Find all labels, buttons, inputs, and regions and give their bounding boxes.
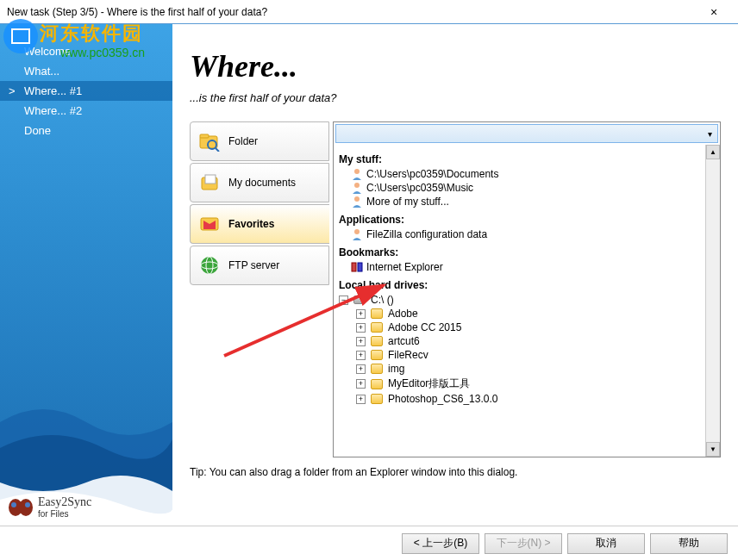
list-item[interactable]: C:\Users\pc0359\Music	[339, 181, 715, 195]
logo-subtext: for Files	[38, 509, 91, 519]
tab-label: Folder	[228, 135, 258, 147]
expand-icon[interactable]: +	[356, 395, 366, 404]
page-heading: Where...	[190, 48, 721, 84]
folder-icon	[371, 308, 383, 319]
folder-icon	[371, 336, 383, 346]
globe-icon	[197, 253, 222, 277]
folder-icon	[371, 322, 383, 333]
section-mystuff: My stuff:	[339, 153, 715, 165]
svg-point-2	[11, 502, 16, 507]
section-applications: Applications:	[339, 214, 715, 226]
svg-rect-9	[205, 175, 216, 184]
sidebar-item-where1[interactable]: Where... #1	[0, 81, 172, 101]
svg-point-14	[354, 169, 360, 174]
svg-point-1	[19, 499, 33, 516]
person-icon	[351, 182, 363, 194]
folder-icon	[371, 364, 383, 374]
tree-folder[interactable]: +Adobe	[356, 307, 715, 320]
close-button[interactable]: ×	[697, 0, 731, 24]
tab-favorites[interactable]: Favorites	[190, 204, 329, 244]
svg-rect-5	[200, 134, 209, 138]
next-button: 下一步(N) >	[485, 533, 562, 554]
content-panel: Where... ...is the first half of your da…	[172, 24, 738, 526]
expand-icon[interactable]: +	[356, 337, 366, 346]
logo: Easy2Sync for Files	[7, 495, 91, 519]
tabs-column: Folder My documents Favorites	[190, 121, 329, 457]
favorites-list[interactable]: My stuff: C:\Users\pc0359\Documents C:\U…	[334, 145, 720, 457]
svg-rect-19	[358, 263, 362, 271]
expand-icon[interactable]: +	[356, 323, 366, 333]
main-area: Welcome What... Where... #1 Where... #2 …	[0, 24, 738, 526]
tree-folder[interactable]: +artcut6	[356, 334, 715, 348]
tab-mydocuments[interactable]: My documents	[190, 163, 329, 202]
favorites-icon	[197, 212, 222, 236]
person-icon	[351, 196, 363, 208]
chevron-down-icon[interactable]: ▾	[702, 129, 717, 139]
tree-folder[interactable]: +Adobe CC 2015	[356, 320, 715, 334]
svg-point-11	[201, 257, 218, 274]
svg-rect-18	[352, 263, 356, 271]
expand-icon[interactable]: +	[356, 379, 366, 389]
window-title: New task (Step 3/5) - Where is the first…	[7, 6, 697, 18]
logo-text: Easy2Sync	[38, 495, 91, 509]
tree-folder[interactable]: +MyEditor排版工具	[356, 376, 715, 392]
svg-point-15	[354, 183, 360, 188]
favorites-panel: ▾ My stuff: C:\Users\pc0359\Documents C:…	[333, 121, 721, 457]
sidebar-item-what[interactable]: What...	[0, 61, 172, 81]
tree-drive[interactable]: −C:\ ()	[339, 293, 715, 307]
folder-icon	[371, 394, 383, 404]
tip-text: Tip: You can also drag a folder from an …	[190, 466, 721, 478]
svg-point-17	[354, 229, 360, 234]
collapse-icon[interactable]: −	[339, 296, 348, 305]
folder-icon	[371, 350, 383, 360]
butterfly-icon	[7, 496, 33, 519]
tab-label: Favorites	[228, 218, 274, 230]
sidebar-item-done[interactable]: Done	[0, 121, 172, 140]
person-icon	[351, 168, 363, 180]
scroll-up-icon[interactable]: ▲	[706, 145, 720, 159]
sidebar-item-welcome[interactable]: Welcome	[0, 41, 172, 61]
tab-folder[interactable]: Folder	[190, 121, 329, 161]
section-bookmarks: Bookmarks:	[339, 246, 715, 258]
scroll-down-icon[interactable]: ▼	[706, 442, 720, 457]
tree-folder[interactable]: +FileRecv	[356, 348, 715, 362]
tab-label: My documents	[228, 177, 296, 189]
svg-point-16	[354, 196, 360, 202]
person-icon	[351, 228, 363, 240]
expand-icon[interactable]: +	[356, 364, 366, 374]
footer: < 上一步(B) 下一步(N) > 取消 帮助	[0, 526, 738, 560]
list-item[interactable]: C:\Users\pc0359\Documents	[339, 167, 715, 181]
list-item[interactable]: More of my stuff...	[339, 195, 715, 208]
titlebar: New task (Step 3/5) - Where is the first…	[0, 0, 738, 24]
drive-icon	[353, 296, 366, 304]
documents-icon	[197, 171, 222, 195]
svg-point-3	[25, 502, 30, 507]
list-item[interactable]: Internet Explorer	[339, 260, 715, 274]
svg-line-7	[216, 148, 219, 152]
sidebar: Welcome What... Where... #1 Where... #2 …	[0, 24, 172, 526]
folder-icon	[371, 379, 383, 389]
tab-label: FTP server	[228, 259, 279, 271]
scrollbar[interactable]: ▲ ▼	[705, 145, 720, 457]
expand-icon[interactable]: +	[356, 351, 366, 360]
list-item[interactable]: FileZilla configuration data	[339, 227, 715, 241]
tree-folder[interactable]: +Photoshop_CS6_13.0.0	[356, 392, 715, 406]
help-button[interactable]: 帮助	[650, 533, 728, 554]
cancel-button[interactable]: 取消	[567, 533, 645, 554]
path-combo[interactable]: ▾	[335, 124, 718, 143]
book-icon	[351, 261, 363, 273]
tab-ftp[interactable]: FTP server	[190, 246, 329, 285]
folder-search-icon	[197, 129, 222, 153]
section-drives: Local hard drives:	[339, 279, 715, 291]
sidebar-item-where2[interactable]: Where... #2	[0, 101, 172, 121]
page-subheading: ...is the first half of your data?	[190, 91, 721, 104]
expand-icon[interactable]: +	[356, 309, 366, 319]
back-button[interactable]: < 上一步(B)	[402, 533, 479, 554]
tree-folder[interactable]: +img	[356, 362, 715, 376]
